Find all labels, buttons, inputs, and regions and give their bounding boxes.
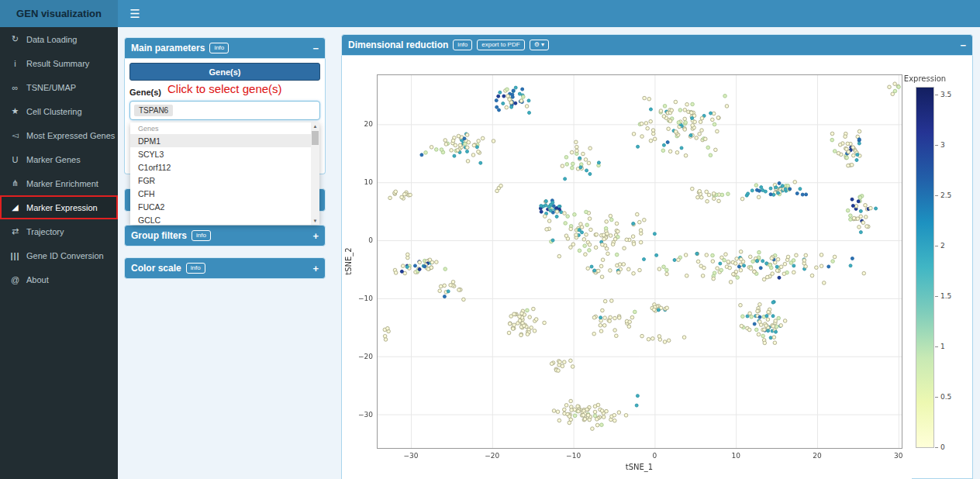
colorbar-tick-mark (935, 195, 938, 196)
colorbar-tick-mark (935, 95, 938, 95)
click-to-select-annotation: Click to select gene(s) (167, 82, 282, 95)
sidebar-item-label: Marker Expression (26, 203, 98, 212)
colorbar-tick-label: 3.5 (940, 91, 951, 98)
bar-chart-icon: ◢ (9, 202, 21, 212)
dimensional-reduction-info-button[interactable]: info (453, 40, 472, 50)
main-parameters-panel-header[interactable]: Main parameters info − (124, 37, 326, 59)
app-logo: GEN visualization (0, 0, 118, 27)
sidebar-item-cell-clustering[interactable]: ★Cell Clustering (0, 99, 118, 123)
export-to-pdf-button[interactable]: export to PDF (477, 40, 524, 50)
scrollbar-thumb[interactable] (312, 131, 319, 145)
gene-option-gclc[interactable]: GCLC (130, 213, 319, 225)
at-icon: @ (9, 275, 21, 284)
sidebar: ↻Data LoadingiResult Summary∞TSNE/UMAP★C… (0, 27, 118, 479)
main-parameters-collapse-icon[interactable]: − (312, 43, 319, 54)
colorbar-tick-mark (935, 346, 938, 347)
main-parameters-title: Main parameters (131, 43, 205, 53)
color-scale-expand-icon[interactable]: + (312, 263, 319, 274)
colorbar-tick-mark (935, 145, 938, 146)
main-parameters-info-button[interactable]: info (209, 43, 229, 53)
sidebar-item-label: Marker Genes (26, 155, 81, 164)
sidebar-item-most-expressed-genes[interactable]: ◅Most Expressed Genes (0, 123, 118, 147)
dimensional-reduction-collapse-icon[interactable]: − (960, 40, 966, 51)
group-filters-title: Group filters (131, 230, 187, 241)
colorbar-tick-label: 1.5 (940, 292, 951, 300)
sidebar-item-marker-expression[interactable]: ◢Marker Expression (0, 195, 118, 219)
dimensional-reduction-title: Dimensional reduction (348, 40, 448, 50)
sidebar-item-tsne-umap[interactable]: ∞TSNE/UMAP (0, 75, 118, 99)
expression-colorbar (916, 87, 934, 448)
gene-select-input[interactable]: TSPAN6 (129, 101, 320, 120)
top-navbar: GEN visualization ☰ (0, 0, 980, 27)
tsne-scatter-plot[interactable] (342, 56, 912, 479)
gene-dropdown-group-label: Genes (130, 122, 319, 134)
colorbar-tick-label: 0 (940, 443, 945, 451)
genes-field-label: Gene(s) (129, 88, 161, 97)
sidebar-item-data-loading[interactable]: ↻Data Loading (0, 27, 118, 51)
color-scale-panel-header[interactable]: Color scale info + (124, 257, 326, 279)
gene-dropdown: Genes DPM1SCYL3C1orf112FGRCFHFUCA2GCLC ▲… (130, 122, 319, 225)
colorbar-tick-mark (935, 397, 938, 398)
colorbar-tick-label: 2.5 (940, 191, 951, 199)
sidebar-item-result-summary[interactable]: iResult Summary (0, 51, 118, 75)
colorbar-tick-label: 1 (940, 343, 945, 350)
gene-option-scyl3[interactable]: SCYL3 (130, 147, 319, 160)
barcode-icon: ||| (9, 251, 21, 260)
gene-option-fgr[interactable]: FGR (130, 174, 319, 187)
group-filters-panel-header[interactable]: Group filters info + (124, 225, 326, 246)
colorbar-tick-mark (935, 296, 938, 297)
star-icon: ★ (9, 106, 21, 116)
colorbar-tick-label: 2 (940, 242, 945, 250)
gene-option-cfh[interactable]: CFH (130, 187, 319, 200)
spinner-icon: ↻ (9, 34, 21, 44)
hamburger-menu-icon[interactable]: ☰ (118, 0, 152, 27)
sidebar-item-gene-id-conversion[interactable]: |||Gene ID Conversion (0, 243, 118, 267)
gene-option-dpm1[interactable]: DPM1 (130, 134, 319, 147)
colorbar-tick-mark (935, 246, 938, 246)
sidebar-item-label: Result Summary (26, 59, 89, 68)
group-filters-info-button[interactable]: info (192, 230, 211, 241)
bullhorn-icon: ◅ (9, 130, 21, 140)
genes-button[interactable]: Gene(s) (129, 63, 320, 81)
sidebar-item-label: Gene ID Conversion (26, 251, 104, 260)
dimensional-reduction-panel-body: Expression 00.511.522.533.5 (341, 56, 973, 479)
sidebar-item-marker-enrichment[interactable]: ⋔Marker Enrichment (0, 171, 118, 195)
color-scale-title: Color scale (131, 263, 181, 274)
sidebar-item-label: About (26, 275, 49, 284)
colorbar-tick-label: 0.5 (940, 393, 951, 401)
shuffle-icon: ⇄ (9, 226, 21, 236)
dimensional-reduction-panel-header[interactable]: Dimensional reduction info export to PDF… (341, 34, 973, 56)
sidebar-item-label: Most Expressed Genes (26, 131, 115, 140)
scroll-down-icon[interactable]: ▼ (311, 217, 319, 225)
scroll-up-icon[interactable]: ▲ (311, 122, 319, 130)
binoculars-icon: ∞ (9, 83, 21, 92)
gear-dropdown-button[interactable]: ⚙ ▾ (530, 40, 549, 50)
selected-gene-token[interactable]: TSPAN6 (134, 105, 173, 116)
sidebar-item-label: Cell Clustering (26, 107, 82, 116)
gene-option-fuca2[interactable]: FUCA2 (130, 200, 319, 213)
color-scale-info-button[interactable]: info (186, 263, 205, 274)
sitemap-icon: ⋔ (9, 178, 21, 188)
sidebar-item-label: TSNE/UMAP (26, 83, 76, 92)
info-icon: i (9, 59, 21, 68)
gene-dropdown-scrollbar[interactable]: ▲ ▼ (311, 122, 319, 225)
colorbar-title: Expression (885, 74, 965, 83)
colorbar-tick-label: 3 (940, 141, 945, 149)
sidebar-item-trajectory[interactable]: ⇄Trajectory (0, 219, 118, 243)
sidebar-item-label: Marker Enrichment (26, 179, 98, 188)
colorbar-tick-mark (935, 447, 938, 448)
group-filters-expand-icon[interactable]: + (312, 230, 319, 242)
gene-option-c1orf112[interactable]: C1orf112 (130, 160, 319, 174)
sidebar-item-label: Trajectory (26, 227, 64, 236)
sidebar-item-marker-genes[interactable]: UMarker Genes (0, 147, 118, 171)
sidebar-item-label: Data Loading (26, 35, 77, 44)
sidebar-item-about[interactable]: @About (0, 267, 118, 291)
magnet-icon: U (9, 155, 21, 164)
